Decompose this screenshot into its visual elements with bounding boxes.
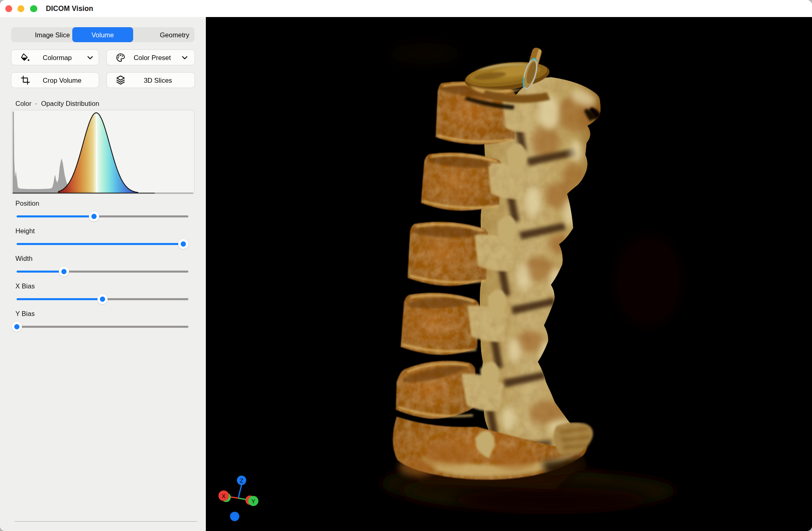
svg-text:Y: Y (251, 498, 255, 505)
svg-text:Z: Z (240, 477, 244, 484)
svg-text:X: X (222, 493, 226, 499)
